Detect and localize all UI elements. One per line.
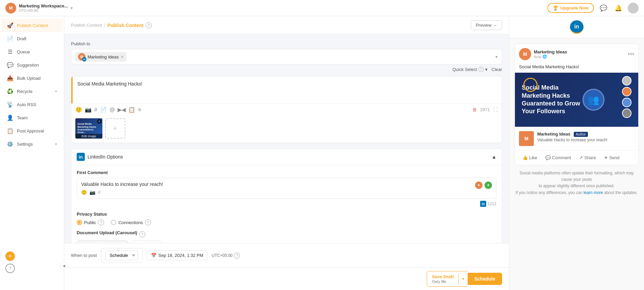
sidebar-item-publish-content[interactable]: 🚀 Publish Content: [1, 19, 63, 32]
suggestion-icon: 💬: [7, 62, 14, 68]
post-image: Social Media Marketing Hacks Guaranteed …: [515, 73, 638, 127]
hashtag-icon[interactable]: #: [94, 107, 97, 113]
sidebar-item-suggestion[interactable]: 💬 Suggestion: [1, 58, 63, 72]
sidebar-bottom-actions: + ?: [0, 251, 64, 273]
sidebar-item-queue[interactable]: ☰ Queue: [1, 45, 63, 58]
privacy-public-option[interactable]: Public ?: [77, 219, 104, 225]
breadcrumb-help-icon[interactable]: ?: [146, 22, 152, 28]
sidebar-item-recycle[interactable]: ♻️ Recycle ▾: [1, 85, 63, 98]
comment-icon: 💬: [545, 155, 551, 160]
comment-label: Comment: [552, 155, 571, 160]
sidebar-item-draft[interactable]: 📄 Draft: [1, 32, 63, 45]
document-icon[interactable]: 📄: [100, 106, 107, 113]
preview-notice: Social media platforms often update thei…: [515, 170, 639, 196]
sidebar-item-post-approval[interactable]: 📋 Post Approval: [1, 124, 63, 138]
schedule-button[interactable]: Schedule: [468, 273, 502, 285]
quick-select-chevron-icon[interactable]: ▾: [485, 67, 488, 72]
comment-emoji-icon[interactable]: 🙂: [81, 190, 87, 195]
upgrade-button[interactable]: 🏆 Upgrade Now: [547, 3, 594, 13]
template-icon[interactable]: 📋: [128, 106, 135, 113]
people-icon: 👥: [583, 89, 604, 111]
clear-button[interactable]: Clear: [492, 67, 502, 72]
schedule-select[interactable]: Schedule Now Queue: [101, 248, 143, 263]
edit-image-label[interactable]: Edit Image: [75, 134, 102, 139]
channel-selector[interactable]: M in Marketing Ideas × ▾: [71, 49, 502, 65]
help-button[interactable]: ?: [5, 264, 15, 273]
workspace-chevron-icon[interactable]: ▾: [71, 6, 73, 10]
learn-more-link[interactable]: learn more: [584, 190, 603, 195]
people-circle: 👥: [583, 89, 604, 111]
comment-image-icon[interactable]: 📷: [90, 190, 95, 195]
messages-icon[interactable]: 💬: [598, 3, 609, 14]
like-label: Like: [529, 155, 537, 160]
collapse-linkedin-icon[interactable]: ▲: [492, 154, 496, 160]
topbar: M Marketing Workspace... UTC+05:00 ▾ 🏆 U…: [0, 0, 644, 16]
privacy-connections-option[interactable]: Connections ?: [111, 219, 151, 225]
avatar-1: [622, 76, 631, 86]
draft-icon: 📄: [7, 35, 14, 42]
remove-channel-icon[interactable]: ×: [121, 54, 124, 59]
toolbar-icons: 🙂 📷 # 📄 @ ▶◀ 📋 ≡: [75, 106, 141, 113]
send-button[interactable]: ✈ Send: [601, 153, 623, 162]
save-draft-chevron-icon[interactable]: ▾: [459, 274, 468, 284]
save-draft-label: Save Draft: [432, 274, 453, 279]
emoji-icon[interactable]: 🙂: [75, 106, 82, 113]
sidebar-item-team[interactable]: 👤 Team: [1, 111, 63, 124]
footer-bar: Save Draft Only Me ▾ Schedule: [64, 267, 509, 290]
public-radio-button[interactable]: [77, 220, 82, 225]
first-comment-text[interactable]: Valuable Hacks to increase your reach!: [81, 182, 163, 187]
preview-button[interactable]: Preview →: [471, 20, 502, 30]
settings-icon: ⚙️: [7, 141, 14, 147]
sidebar-item-bulk-upload[interactable]: 📤 Bulk Upload: [1, 72, 63, 85]
ai-icon-1[interactable]: ✦: [475, 182, 482, 189]
linkedin-options-header[interactable]: in LinkedIn Options ▲: [71, 149, 502, 165]
main-layout: 🚀 Publish Content 📄 Draft ☰ Queue 💬 Sugg…: [0, 16, 644, 290]
first-comment-box: Valuable Hacks to increase your reach! ✦…: [77, 178, 496, 199]
channel-selector-chevron-icon[interactable]: ▾: [495, 54, 498, 59]
author-avatar: M: [519, 48, 531, 60]
sidebar-item-auto-rss[interactable]: 📡 Auto RSS: [1, 98, 63, 111]
notifications-icon[interactable]: 🔔: [613, 3, 624, 14]
date-picker[interactable]: 📅 Sep 18, 2024, 1:32 PM: [147, 250, 208, 260]
breadcrumb: Publish Content / Publish Content ?: [71, 22, 152, 28]
user-avatar[interactable]: [628, 3, 639, 14]
post-author: M Marketing Ideas Now 🌐: [519, 48, 567, 60]
post-card-header: M Marketing Ideas Now 🌐 •••: [515, 44, 638, 64]
comment-hashtag-icon[interactable]: #: [98, 190, 101, 195]
workspace-timezone: UTC+05:00: [19, 8, 68, 13]
date-value: Sep 18, 2024, 1:32 PM: [158, 253, 203, 258]
drop-file-button[interactable]: Or drop file: [131, 241, 162, 243]
mention-icon[interactable]: @: [109, 107, 115, 113]
notice-text-3: If you notice any differences, you can: [516, 190, 583, 195]
ai-icon-2[interactable]: ✦: [485, 182, 492, 189]
preview-label: Preview →: [476, 23, 497, 28]
upload-document-button[interactable]: 📁 Upload Document: [77, 241, 128, 243]
media-icon[interactable]: ▶◀: [118, 106, 126, 113]
caption-icon[interactable]: ≡: [138, 107, 141, 113]
add-media-button[interactable]: +: [105, 118, 125, 139]
like-button[interactable]: 👍 Like: [519, 153, 541, 162]
schedule-dropdown[interactable]: Schedule Now Queue: [105, 250, 138, 260]
media-thumbnail[interactable]: Social Media Marketing Hacks Guaranteed …: [75, 118, 102, 139]
collapse-sidebar-button[interactable]: ◀: [60, 262, 68, 270]
post-text-area[interactable]: Social Media Marketing Hacks!: [71, 76, 502, 103]
more-options-icon[interactable]: •••: [628, 51, 634, 58]
document-upload-help-icon: ?: [139, 231, 145, 237]
calendar-icon: 📅: [151, 253, 156, 258]
expand-icon[interactable]: ⛶: [493, 107, 498, 112]
sidebar: 🚀 Publish Content 📄 Draft ☰ Queue 💬 Sugg…: [0, 16, 64, 290]
linkedin-preview-tab[interactable]: in: [570, 20, 584, 34]
post-image-content: Social Media Marketing Hacks Guaranteed …: [515, 73, 638, 127]
post-preview-card: M Marketing Ideas Now 🌐 ••• Social Media…: [515, 44, 639, 165]
comment-button[interactable]: 💬 Comment: [542, 153, 574, 162]
image-icon[interactable]: 📷: [85, 106, 92, 113]
connections-radio-button[interactable]: [111, 220, 116, 225]
quick-select-button[interactable]: Quick Select ? ▾: [452, 67, 488, 72]
save-draft-sublabel: Only Me: [432, 280, 453, 284]
share-button[interactable]: ↗ Share: [576, 153, 599, 162]
delete-icon[interactable]: 🗑: [472, 107, 477, 112]
sidebar-item-settings[interactable]: ⚙️ Settings ▾: [1, 138, 63, 151]
add-button[interactable]: +: [5, 251, 15, 261]
remove-media-icon[interactable]: ×: [97, 119, 102, 124]
save-draft-button[interactable]: Save Draft Only Me: [427, 271, 458, 286]
